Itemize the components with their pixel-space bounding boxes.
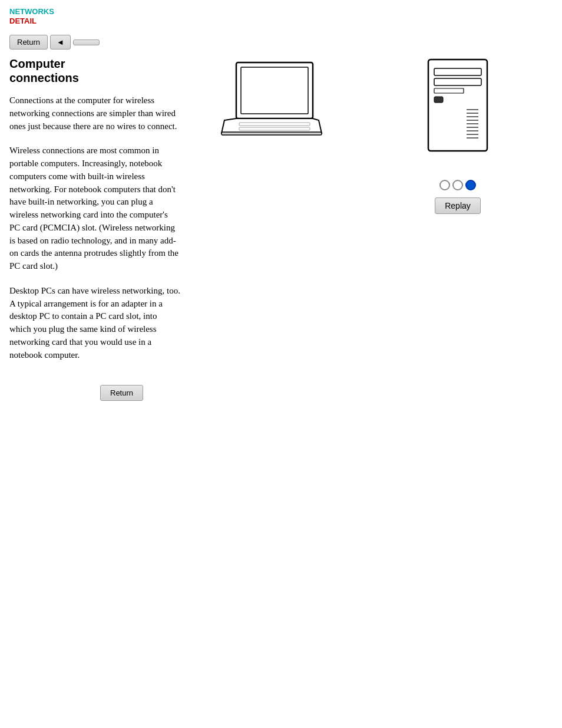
- paragraph-1: Connections at the computer for wireless…: [9, 94, 180, 133]
- svg-rect-10: [434, 97, 443, 103]
- page-title: Computer connections: [9, 57, 180, 85]
- dot-2: [452, 180, 463, 190]
- desktop-image: [416, 57, 499, 162]
- right-column: Replay: [363, 57, 553, 373]
- dot-1: [439, 180, 450, 190]
- paragraph-3: Desktop PCs can have wireless networking…: [9, 285, 180, 362]
- svg-rect-5: [222, 132, 322, 135]
- svg-rect-6: [428, 60, 487, 151]
- page-header: NETWORKS DETAIL: [0, 0, 562, 30]
- main-content: Computer connections Connections at the …: [0, 57, 562, 373]
- bottom-nav: Return: [0, 373, 562, 413]
- laptop-image: [213, 57, 330, 153]
- svg-rect-1: [241, 67, 308, 114]
- header-networks: NETWORKS: [9, 7, 553, 17]
- back-button[interactable]: ◄: [50, 35, 71, 50]
- replay-button[interactable]: Replay: [435, 197, 481, 214]
- header-detail: DETAIL: [9, 17, 553, 26]
- middle-column: [180, 57, 363, 373]
- navigation-bar: Return ◄: [0, 30, 562, 57]
- return-button-bottom[interactable]: Return: [100, 385, 143, 401]
- paragraph-2: Wireless connections are most common in …: [9, 144, 180, 273]
- return-button-top[interactable]: Return: [9, 35, 48, 50]
- left-column: Computer connections Connections at the …: [9, 57, 180, 373]
- forward-button[interactable]: [73, 39, 100, 45]
- animation-dots: [439, 180, 476, 190]
- dot-3: [465, 180, 476, 190]
